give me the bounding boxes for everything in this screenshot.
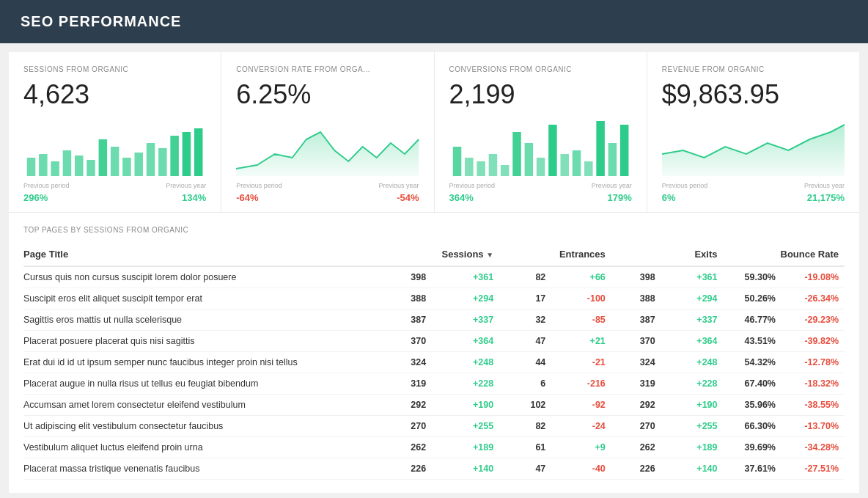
sessions-prev-year-val: 134% — [182, 192, 206, 203]
col-header-sessions[interactable]: Sessions ▼ — [378, 244, 499, 266]
page-title: SEO PERFORMANCE — [21, 13, 181, 29]
svg-rect-19 — [488, 154, 497, 176]
cell-sessions: 319 — [378, 373, 432, 395]
svg-rect-11 — [158, 148, 167, 176]
cell-bounce: 50.26% — [724, 288, 781, 310]
cell-exits: 370 — [611, 331, 661, 352]
kpi-revenue: REVENUE FROM ORGANIC $9,863.95 Previous … — [647, 52, 859, 212]
cell-sessions-delta: +337 — [432, 310, 499, 331]
table-row: Accumsan amet lorem consectetur eleifend… — [23, 395, 845, 416]
cell-bounce-delta: -29.23% — [781, 310, 845, 331]
table-row: Placerat posuere placerat quis nisi sagi… — [23, 331, 845, 352]
cell-bounce-delta: -18.32% — [781, 373, 845, 395]
main-content: SESSIONS FROM ORGANIC 4,623 — [9, 52, 859, 493]
col-header-page[interactable]: Page Title — [23, 244, 378, 266]
cell-page: Suscipit eros elit aliquet suscipit temp… — [23, 288, 378, 310]
cell-sessions: 324 — [378, 352, 432, 373]
table-row: Placerat augue in nulla risus ut tellus … — [23, 373, 845, 395]
cell-sessions-delta: +364 — [432, 331, 499, 352]
svg-rect-2 — [51, 161, 59, 176]
cell-sessions-delta: +361 — [432, 266, 499, 288]
cell-entrances-delta: -100 — [551, 288, 611, 310]
cell-exits: 270 — [611, 416, 661, 437]
conversion-prev-year-val: -54% — [397, 192, 419, 203]
cell-sessions-delta: +189 — [432, 437, 499, 458]
cell-exits-delta: +255 — [661, 416, 724, 437]
kpi-conversions-comparison: 364% 179% — [449, 192, 632, 203]
revenue-prev-year-val: 21,175% — [807, 192, 845, 203]
cell-bounce-delta: -12.78% — [781, 352, 845, 373]
cell-entrances: 61 — [499, 437, 551, 458]
cell-exits-delta: +294 — [661, 288, 724, 310]
svg-rect-8 — [122, 158, 131, 176]
table-row: Erat dui id id ut ipsum semper nunc fauc… — [23, 352, 845, 373]
cell-entrances: 82 — [499, 416, 551, 437]
table-row: Ut adipiscing elit vestibulum consectetu… — [23, 416, 845, 437]
svg-rect-28 — [596, 121, 605, 176]
svg-rect-6 — [99, 139, 108, 176]
cell-entrances-delta: +66 — [551, 266, 611, 288]
cell-entrances-delta: -85 — [551, 310, 611, 331]
svg-marker-15 — [236, 132, 419, 176]
cell-sessions: 262 — [378, 437, 432, 458]
svg-rect-10 — [147, 143, 155, 176]
cell-entrances-delta: +9 — [551, 437, 611, 458]
kpi-conversion-rate: CONVERSION RATE FROM ORGA... 6.25% Previ… — [221, 52, 434, 212]
cell-entrances: 17 — [499, 288, 551, 310]
kpi-sessions-comparison: 296% 134% — [23, 192, 206, 203]
kpi-conversion-chart-labels: Previous period Previous year — [236, 182, 419, 189]
kpi-sessions-chart — [23, 117, 206, 176]
cell-page: Vestibulum aliquet luctus eleifend proin… — [23, 437, 378, 458]
cell-sessions: 398 — [378, 266, 432, 288]
table-section: TOP PAGES BY SESSIONS FROM ORGANIC Page … — [9, 213, 859, 493]
cell-entrances-delta: -24 — [551, 416, 611, 437]
svg-rect-1 — [39, 154, 48, 176]
conversion-prev-period-val: -64% — [236, 192, 258, 203]
cell-sessions-delta: +228 — [432, 373, 499, 395]
kpi-row: SESSIONS FROM ORGANIC 4,623 — [9, 52, 859, 213]
cell-entrances: 47 — [499, 331, 551, 352]
svg-rect-5 — [87, 160, 95, 176]
svg-rect-0 — [27, 158, 36, 176]
cell-sessions: 226 — [378, 458, 432, 480]
cell-exits: 319 — [611, 373, 661, 395]
cell-bounce-delta: -13.70% — [781, 416, 845, 437]
cell-entrances-delta: -40 — [551, 458, 611, 480]
cell-page: Ut adipiscing elit vestibulum consectetu… — [23, 416, 378, 437]
kpi-revenue-value: $9,863.95 — [662, 79, 845, 110]
cell-bounce: 35.96% — [724, 395, 781, 416]
svg-rect-27 — [584, 161, 593, 176]
cell-exits: 387 — [611, 310, 661, 331]
conversions-prev-period-val: 364% — [449, 192, 474, 203]
table-row: Cursus quis non cursus suscipit lorem do… — [23, 266, 845, 288]
conversions-prev-year-val: 179% — [608, 192, 632, 203]
cell-exits-delta: +364 — [661, 331, 724, 352]
cell-bounce-delta: -34.28% — [781, 437, 845, 458]
cell-page: Sagittis eros mattis ut nulla scelerisqu… — [23, 310, 378, 331]
pages-table: Page Title Sessions ▼ Entrances Exits Bo… — [23, 244, 845, 480]
svg-rect-17 — [465, 158, 474, 176]
cell-page: Placerat posuere placerat quis nisi sagi… — [23, 331, 378, 352]
revenue-prev-period-val: 6% — [662, 192, 676, 203]
svg-rect-21 — [512, 132, 521, 176]
cell-exits-delta: +248 — [661, 352, 724, 373]
svg-rect-16 — [452, 147, 461, 176]
svg-rect-22 — [524, 143, 533, 176]
cell-sessions-delta: +294 — [432, 288, 499, 310]
cell-exits-delta: +140 — [661, 458, 724, 480]
kpi-revenue-chart — [662, 117, 845, 176]
col-header-exits[interactable]: Exits — [611, 244, 724, 266]
cell-entrances: 102 — [499, 395, 551, 416]
col-header-bounce[interactable]: Bounce Rate — [724, 244, 845, 266]
cell-page: Erat dui id id ut ipsum semper nunc fauc… — [23, 352, 378, 373]
svg-rect-26 — [572, 150, 581, 176]
kpi-conversion-label: CONVERSION RATE FROM ORGA... — [236, 65, 419, 73]
table-header-row: Page Title Sessions ▼ Entrances Exits Bo… — [23, 244, 845, 266]
col-header-entrances[interactable]: Entrances — [499, 244, 611, 266]
cell-page: Cursus quis non cursus suscipit lorem do… — [23, 266, 378, 288]
kpi-revenue-comparison: 6% 21,175% — [662, 192, 845, 203]
table-row: Vestibulum aliquet luctus eleifend proin… — [23, 437, 845, 458]
kpi-conversions: CONVERSIONS FROM ORGANIC 2,199 — [435, 52, 647, 212]
table-row: Sagittis eros mattis ut nulla scelerisqu… — [23, 310, 845, 331]
cell-entrances: 82 — [499, 266, 551, 288]
